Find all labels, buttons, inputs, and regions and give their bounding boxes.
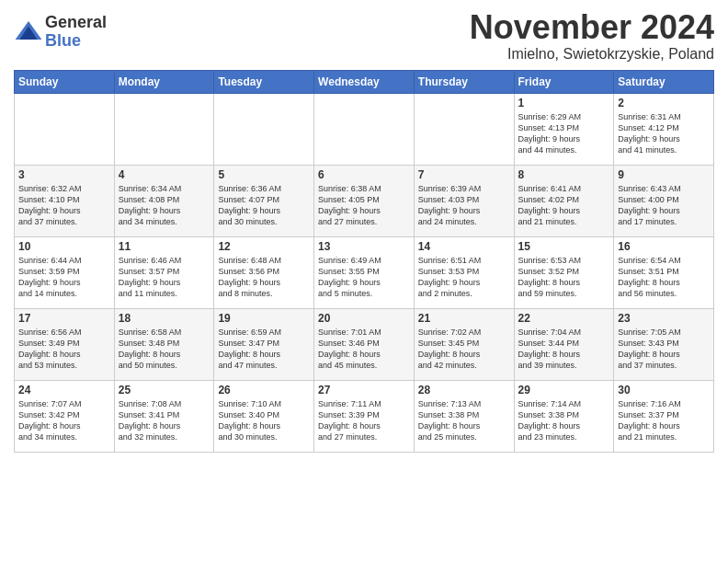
day-number: 18 (119, 312, 210, 325)
day-info: Sunrise: 7:05 AM Sunset: 3:43 PM Dayligh… (618, 327, 710, 372)
day-number: 4 (119, 168, 210, 181)
day-number: 17 (18, 312, 110, 325)
logo-icon (14, 17, 43, 47)
cell-w3-d3: 12Sunrise: 6:48 AM Sunset: 3:56 PM Dayli… (214, 236, 314, 308)
cell-w4-d2: 18Sunrise: 6:58 AM Sunset: 3:48 PM Dayli… (114, 308, 214, 380)
header-wednesday: Wednesday (314, 70, 415, 93)
day-number: 22 (518, 312, 610, 325)
day-info: Sunrise: 6:36 AM Sunset: 4:07 PM Dayligh… (218, 183, 310, 228)
cell-w2-d1: 3Sunrise: 6:32 AM Sunset: 4:10 PM Daylig… (15, 165, 115, 236)
cell-w4-d6: 22Sunrise: 7:04 AM Sunset: 3:44 PM Dayli… (514, 308, 614, 380)
day-number: 12 (218, 240, 310, 253)
day-number: 21 (418, 312, 510, 325)
day-number: 1 (518, 97, 610, 109)
day-number: 11 (119, 240, 210, 253)
day-info: Sunrise: 6:46 AM Sunset: 3:57 PM Dayligh… (119, 255, 210, 300)
logo-blue: Blue (45, 32, 107, 51)
calendar-table: Sunday Monday Tuesday Wednesday Thursday… (14, 70, 714, 453)
logo-general: General (45, 14, 107, 32)
cell-w1-d7: 2Sunrise: 6:31 AM Sunset: 4:12 PM Daylig… (614, 93, 714, 165)
cell-w5-d3: 26Sunrise: 7:10 AM Sunset: 3:40 PM Dayli… (214, 380, 314, 452)
day-info: Sunrise: 7:16 AM Sunset: 3:37 PM Dayligh… (618, 398, 710, 443)
day-info: Sunrise: 6:58 AM Sunset: 3:48 PM Dayligh… (119, 327, 210, 372)
cell-w5-d1: 24Sunrise: 7:07 AM Sunset: 3:42 PM Dayli… (15, 380, 115, 452)
cell-w4-d3: 19Sunrise: 6:59 AM Sunset: 3:47 PM Dayli… (214, 308, 314, 380)
day-number: 19 (218, 312, 310, 325)
cell-w3-d4: 13Sunrise: 6:49 AM Sunset: 3:55 PM Dayli… (314, 236, 415, 308)
cell-w5-d6: 29Sunrise: 7:14 AM Sunset: 3:38 PM Dayli… (514, 380, 614, 452)
day-number: 23 (618, 312, 710, 325)
header-tuesday: Tuesday (214, 70, 314, 93)
header-friday: Friday (514, 70, 614, 93)
header: General Blue November 2024 Imielno, Swie… (14, 9, 714, 63)
svg-rect-2 (25, 33, 32, 39)
cell-w3-d1: 10Sunrise: 6:44 AM Sunset: 3:59 PM Dayli… (15, 236, 115, 308)
calendar-header: Sunday Monday Tuesday Wednesday Thursday… (15, 70, 714, 93)
cell-w5-d4: 27Sunrise: 7:11 AM Sunset: 3:39 PM Dayli… (314, 380, 415, 452)
cell-w2-d2: 4Sunrise: 6:34 AM Sunset: 4:08 PM Daylig… (114, 165, 214, 236)
day-number: 24 (18, 384, 110, 396)
week-row-4: 17Sunrise: 6:56 AM Sunset: 3:49 PM Dayli… (15, 308, 714, 380)
day-number: 5 (218, 168, 310, 181)
cell-w5-d5: 28Sunrise: 7:13 AM Sunset: 3:38 PM Dayli… (414, 380, 514, 452)
day-info: Sunrise: 6:56 AM Sunset: 3:49 PM Dayligh… (18, 327, 110, 372)
header-monday: Monday (114, 70, 214, 93)
cell-w3-d7: 16Sunrise: 6:54 AM Sunset: 3:51 PM Dayli… (614, 236, 714, 308)
day-number: 28 (418, 384, 510, 396)
cell-w1-d6: 1Sunrise: 6:29 AM Sunset: 4:13 PM Daylig… (514, 93, 614, 165)
week-row-3: 10Sunrise: 6:44 AM Sunset: 3:59 PM Dayli… (15, 236, 714, 308)
day-number: 13 (318, 240, 410, 253)
title-section: November 2024 Imielno, Swietokrzyskie, P… (470, 9, 714, 63)
page-container: General Blue November 2024 Imielno, Swie… (0, 0, 728, 457)
day-info: Sunrise: 6:44 AM Sunset: 3:59 PM Dayligh… (18, 255, 110, 300)
cell-w1-d4 (314, 93, 415, 165)
cell-w2-d7: 9Sunrise: 6:43 AM Sunset: 4:00 PM Daylig… (614, 165, 714, 236)
day-number: 27 (318, 384, 410, 396)
day-info: Sunrise: 6:34 AM Sunset: 4:08 PM Dayligh… (119, 183, 210, 228)
cell-w2-d4: 6Sunrise: 6:38 AM Sunset: 4:05 PM Daylig… (314, 165, 415, 236)
day-number: 14 (418, 240, 510, 253)
day-info: Sunrise: 7:04 AM Sunset: 3:44 PM Dayligh… (518, 327, 610, 372)
day-number: 8 (518, 168, 610, 181)
day-info: Sunrise: 6:53 AM Sunset: 3:52 PM Dayligh… (518, 255, 610, 300)
day-info: Sunrise: 7:07 AM Sunset: 3:42 PM Dayligh… (18, 398, 110, 443)
day-number: 2 (618, 97, 710, 109)
day-number: 7 (418, 168, 510, 181)
day-info: Sunrise: 6:51 AM Sunset: 3:53 PM Dayligh… (418, 255, 510, 300)
day-info: Sunrise: 7:02 AM Sunset: 3:45 PM Dayligh… (418, 327, 510, 372)
day-info: Sunrise: 7:01 AM Sunset: 3:46 PM Dayligh… (318, 327, 410, 372)
cell-w2-d5: 7Sunrise: 6:39 AM Sunset: 4:03 PM Daylig… (414, 165, 514, 236)
location: Imielno, Swietokrzyskie, Poland (470, 46, 714, 63)
day-number: 15 (518, 240, 610, 253)
logo-text: General Blue (45, 14, 107, 51)
day-info: Sunrise: 6:32 AM Sunset: 4:10 PM Dayligh… (18, 183, 110, 228)
day-info: Sunrise: 6:49 AM Sunset: 3:55 PM Dayligh… (318, 255, 410, 300)
day-info: Sunrise: 6:43 AM Sunset: 4:00 PM Dayligh… (618, 183, 710, 228)
cell-w4-d7: 23Sunrise: 7:05 AM Sunset: 3:43 PM Dayli… (614, 308, 714, 380)
day-number: 3 (18, 168, 110, 181)
day-info: Sunrise: 6:31 AM Sunset: 4:12 PM Dayligh… (618, 111, 710, 156)
cell-w1-d5 (414, 93, 514, 165)
cell-w1-d2 (114, 93, 214, 165)
day-info: Sunrise: 6:48 AM Sunset: 3:56 PM Dayligh… (218, 255, 310, 300)
day-number: 25 (119, 384, 210, 396)
day-number: 30 (618, 384, 710, 396)
cell-w4-d4: 20Sunrise: 7:01 AM Sunset: 3:46 PM Dayli… (314, 308, 415, 380)
week-row-1: 1Sunrise: 6:29 AM Sunset: 4:13 PM Daylig… (15, 93, 714, 165)
header-row: Sunday Monday Tuesday Wednesday Thursday… (15, 70, 714, 93)
header-sunday: Sunday (15, 70, 115, 93)
day-info: Sunrise: 7:10 AM Sunset: 3:40 PM Dayligh… (218, 398, 310, 443)
day-number: 6 (318, 168, 410, 181)
header-saturday: Saturday (614, 70, 714, 93)
day-info: Sunrise: 6:38 AM Sunset: 4:05 PM Dayligh… (318, 183, 410, 228)
logo: General Blue (14, 14, 107, 51)
day-info: Sunrise: 6:41 AM Sunset: 4:02 PM Dayligh… (518, 183, 610, 228)
cell-w2-d6: 8Sunrise: 6:41 AM Sunset: 4:02 PM Daylig… (514, 165, 614, 236)
cell-w1-d3 (214, 93, 314, 165)
cell-w4-d1: 17Sunrise: 6:56 AM Sunset: 3:49 PM Dayli… (15, 308, 115, 380)
week-row-2: 3Sunrise: 6:32 AM Sunset: 4:10 PM Daylig… (15, 165, 714, 236)
day-info: Sunrise: 7:13 AM Sunset: 3:38 PM Dayligh… (418, 398, 510, 443)
cell-w5-d7: 30Sunrise: 7:16 AM Sunset: 3:37 PM Dayli… (614, 380, 714, 452)
cell-w3-d5: 14Sunrise: 6:51 AM Sunset: 3:53 PM Dayli… (414, 236, 514, 308)
cell-w5-d2: 25Sunrise: 7:08 AM Sunset: 3:41 PM Dayli… (114, 380, 214, 452)
